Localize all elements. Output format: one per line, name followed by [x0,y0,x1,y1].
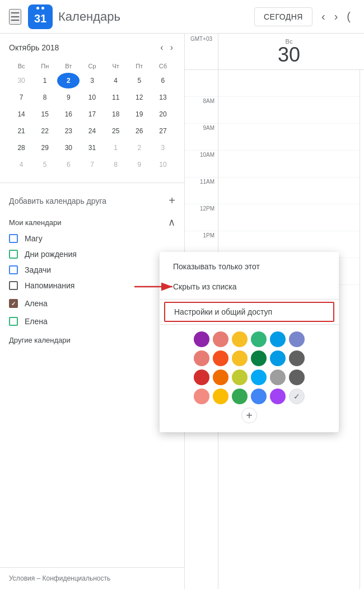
color-option[interactable] [213,331,228,347]
magu-checkbox[interactable] [9,234,18,243]
event-slot[interactable] [218,151,360,177]
color-option[interactable] [270,350,286,366]
add-color-button[interactable]: + [241,408,257,423]
color-option[interactable] [270,389,286,404]
color-option[interactable] [194,370,209,385]
color-option[interactable] [213,350,228,366]
calendar-day-cell[interactable]: 5 [128,73,151,88]
calendar-item-elena[interactable]: Елена [0,314,184,329]
calendar-day-cell[interactable]: 6 [57,157,80,172]
ctx-show-only-this[interactable]: Показывать только этот [160,256,339,277]
calendar-day-cell[interactable]: 7 [81,157,103,172]
ctx-settings-sharing[interactable]: Настройки и общий доступ [164,302,334,322]
calendar-item-magu[interactable]: Магу [0,231,184,246]
view-toggle-button[interactable]: ( [342,8,355,25]
calendar-day-cell[interactable]: 1 [34,73,56,88]
calendar-day-cell[interactable]: 18 [105,106,127,122]
calendar-day-cell[interactable]: 9 [128,157,151,172]
calendar-day-cell[interactable]: 11 [105,90,127,105]
calendar-day-cell[interactable]: 20 [152,106,174,122]
calendar-day-cell[interactable]: 23 [57,123,80,139]
calendar-day-cell[interactable]: 31 [81,140,103,156]
calendar-day-cell[interactable]: 22 [34,123,56,139]
color-option[interactable] [289,331,305,347]
calendar-day-cell[interactable]: 28 [10,140,32,156]
event-slot[interactable] [218,124,360,151]
hamburger-menu-button[interactable]: ☰ [9,9,21,25]
calendar-day-cell[interactable]: 26 [128,123,151,139]
calendar-day-cell[interactable]: 10 [152,157,174,172]
color-option[interactable] [194,389,209,404]
color-option[interactable] [289,370,305,385]
reminders-checkbox[interactable] [9,281,18,290]
alena-checkbox[interactable]: ✓ [9,299,18,308]
color-option[interactable] [213,370,228,385]
event-slot[interactable] [218,204,360,231]
calendar-day-cell[interactable]: 7 [10,90,32,105]
calendar-day-cell[interactable]: 30 [10,73,32,88]
calendar-day-cell[interactable]: 8 [34,90,56,105]
ctx-hide-from-list[interactable]: Скрыть из списка [160,277,339,297]
color-option[interactable] [251,370,267,385]
color-option[interactable] [213,389,228,404]
color-option[interactable] [232,389,248,404]
my-calendars-header[interactable]: Мои календари ∧ [0,214,184,231]
color-option[interactable] [251,389,267,404]
calendar-day-cell[interactable]: 12 [128,90,151,105]
color-option[interactable] [289,350,305,366]
calendar-day-cell[interactable]: 17 [81,106,103,122]
color-option[interactable] [232,350,248,366]
calendar-item-birthdays[interactable]: Дни рождения [0,246,184,262]
calendar-day-cell[interactable]: 21 [10,123,32,139]
calendar-item-reminders[interactable]: Напоминания [0,278,184,293]
calendar-day-cell[interactable]: 9 [57,90,80,105]
color-option[interactable] [232,331,248,347]
tasks-checkbox[interactable] [9,265,18,274]
color-option[interactable] [270,331,286,347]
color-option[interactable] [251,331,267,347]
next-nav-button[interactable]: › [330,8,343,25]
calendar-day-cell[interactable]: 5 [34,157,56,172]
calendar-day-cell[interactable]: 16 [57,106,80,122]
calendar-day-cell[interactable]: 13 [152,90,174,105]
add-calendar-icon[interactable]: + [169,194,175,207]
color-option[interactable] [251,350,267,366]
calendar-day-cell[interactable]: 25 [105,123,127,139]
calendar-day-cell[interactable]: 1 [105,140,127,156]
mini-cal-next-button[interactable]: › [168,43,175,53]
event-slot[interactable] [218,177,360,204]
calendar-day-cell[interactable]: 10 [81,90,103,105]
calendar-day-cell[interactable]: 3 [152,140,174,156]
calendar-day-cell[interactable]: 30 [57,140,80,156]
mini-cal-prev-button[interactable]: ‹ [158,43,165,53]
color-option[interactable] [194,350,209,366]
birthdays-checkbox[interactable] [9,250,18,259]
calendar-day-cell[interactable]: 15 [34,106,56,122]
event-slot[interactable] [218,70,360,97]
calendar-day-cell[interactable]: 2 [128,140,151,156]
calendar-day-cell[interactable]: 8 [105,157,127,172]
calendar-day-cell[interactable]: 2 [57,73,80,88]
today-button[interactable]: СЕГОДНЯ [254,7,312,26]
calendar-day-cell[interactable]: 19 [128,106,151,122]
calendar-day-cell[interactable]: 4 [10,157,32,172]
color-option[interactable] [194,331,209,347]
calendar-day-cell[interactable]: 6 [152,73,174,88]
elena-checkbox[interactable] [9,317,18,326]
calendar-item-alena[interactable]: ✓ Алена ⋮ [0,293,184,314]
footer-text: Условия – Конфиденциальность [9,574,110,582]
calendar-day-cell[interactable]: 14 [10,106,32,122]
calendar-item-tasks[interactable]: Задачи [0,262,184,278]
event-slot[interactable] [218,97,360,124]
calendar-day-cell[interactable]: 3 [81,73,103,88]
color-option[interactable] [270,370,286,385]
calendar-day-cell[interactable]: 4 [105,73,127,88]
calendar-day-cell[interactable]: 24 [81,123,103,139]
color-option[interactable]: ✓ [289,389,305,404]
color-option[interactable] [232,370,248,385]
calendar-day-cell[interactable]: 29 [34,140,56,156]
other-calendars-header[interactable]: Другие календари [0,334,184,347]
add-calendar-row[interactable]: Добавить календарь друга + [0,188,184,214]
calendar-day-cell[interactable]: 27 [152,123,174,139]
prev-nav-button[interactable]: ‹ [317,8,330,25]
